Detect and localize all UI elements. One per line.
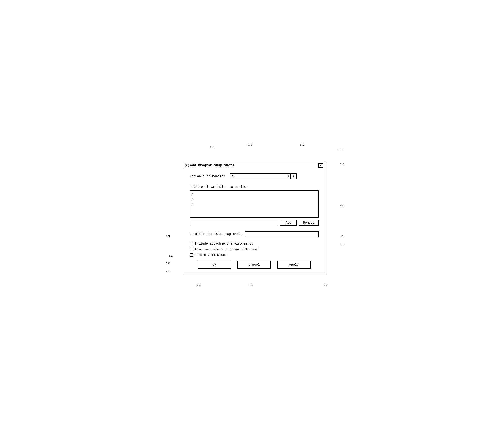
annotation-521: 521 <box>166 234 170 238</box>
window-icon: C <box>185 164 189 167</box>
annotation-516: 516 <box>338 147 342 151</box>
close-button[interactable]: x <box>318 163 323 168</box>
annotation-530: 530 <box>166 261 170 265</box>
record-callstack-checkbox[interactable] <box>189 253 193 257</box>
variable-monitor-label: Variable to monitor <box>189 174 225 178</box>
dialog-title-left: C Add Program Snap Shots <box>185 164 234 167</box>
variable-input[interactable] <box>189 220 278 226</box>
annotation-534: 534 <box>197 284 201 287</box>
add-remove-row: Add Remove <box>189 220 319 226</box>
variable-monitor-dropdown[interactable]: A ◄ ▼ <box>230 173 297 179</box>
window-title: Add Program Snap Shots <box>190 164 234 167</box>
dialog-body: Variable to monitor A ◄ ▼ Additional var… <box>183 169 325 273</box>
additional-variables-section: Additional variables to monitor C D E <box>189 185 319 218</box>
annotation-520: 520 <box>340 204 344 207</box>
take-snapshots-checkbox[interactable]: ✓ <box>189 248 193 251</box>
record-callstack-label: Record Call Stack <box>195 253 227 257</box>
variable-monitor-row: Variable to monitor A ◄ ▼ <box>189 173 319 179</box>
dropdown-value: A ◄ <box>230 174 290 179</box>
annotation-526: 526 <box>340 244 344 247</box>
list-item: C <box>192 192 316 197</box>
list-item: E <box>192 202 316 207</box>
ok-button[interactable]: Ok <box>198 261 231 269</box>
checkbox-record-row: Record Call Stack <box>189 253 319 257</box>
take-snapshots-label: Take snap shots on a variable read <box>195 248 259 251</box>
add-button[interactable]: Add <box>280 220 297 226</box>
annotation-512: 512 <box>300 143 304 147</box>
include-attachment-label: Include attachment environments <box>195 242 253 246</box>
condition-input[interactable] <box>245 231 319 237</box>
list-item: D <box>192 197 316 202</box>
additional-variables-label: Additional variables to monitor <box>189 185 319 189</box>
dialog-window: C Add Program Snap Shots x Variable to m… <box>183 162 325 274</box>
apply-button[interactable]: Apply <box>277 261 311 269</box>
annotation-522: 522 <box>340 234 344 238</box>
checkbox-include-row: Include attachment environments <box>189 242 319 246</box>
annotation-518: 518 <box>340 162 344 165</box>
annotation-514: 514 <box>210 145 214 148</box>
dialog-titlebar: C Add Program Snap Shots x <box>183 162 325 169</box>
remove-button[interactable]: Remove <box>299 220 319 226</box>
checkbox-take-row: ✓ Take snap shots on a variable read <box>189 248 319 251</box>
annotation-510: 510 <box>248 143 252 147</box>
dropdown-arrow-button[interactable]: ▼ <box>290 174 296 179</box>
bottom-buttons: Ok Cancel Apply <box>189 261 319 269</box>
annotation-536: 536 <box>249 284 253 287</box>
annotation-538: 538 <box>324 284 328 287</box>
cancel-button[interactable]: Cancel <box>237 261 271 269</box>
condition-row: Condition to take snap shots <box>189 231 319 237</box>
condition-label: Condition to take snap shots <box>189 232 242 236</box>
annotation-528: 528 <box>169 254 173 257</box>
dropdown-selected-value: A <box>232 174 234 178</box>
additional-variables-listbox[interactable]: C D E <box>189 191 319 218</box>
dropdown-left-arrow-icon: ◄ <box>287 175 289 178</box>
annotation-532: 532 <box>166 270 170 273</box>
include-attachment-checkbox[interactable] <box>189 242 193 245</box>
